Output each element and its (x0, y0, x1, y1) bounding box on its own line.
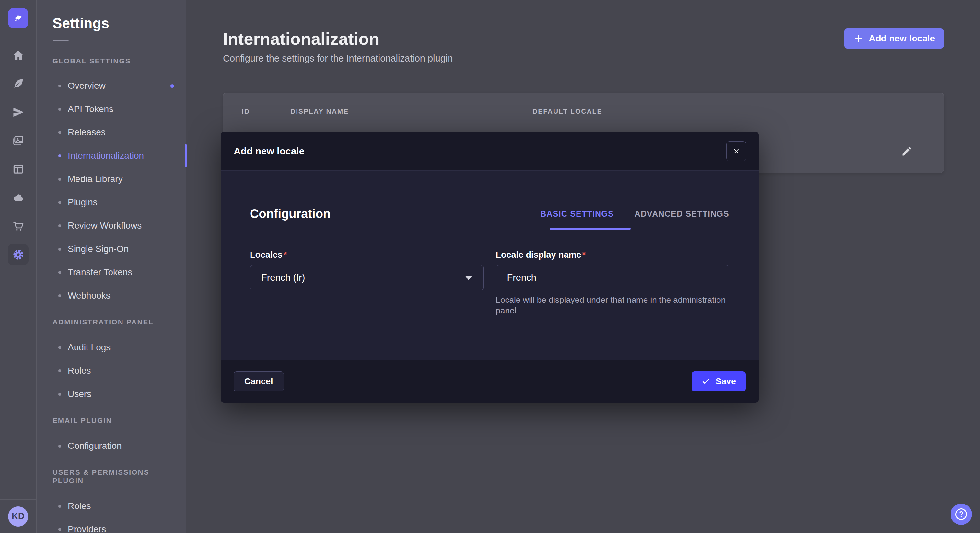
tab-basic-settings[interactable]: BASIC SETTINGS (540, 209, 614, 219)
sidebar-item-releases[interactable]: Releases (52, 121, 175, 144)
bullet-icon (58, 84, 61, 87)
sidebar-item-up-roles[interactable]: Roles (52, 495, 175, 518)
column-header-id: ID (242, 108, 290, 115)
menu-global-settings: Overview API Tokens Releases Internation… (52, 74, 175, 307)
sidebar-item-transfer-tokens[interactable]: Transfer Tokens (52, 261, 175, 284)
bullet-icon (58, 393, 61, 396)
required-asterisk: * (582, 250, 586, 260)
display-name-label: Locale display name* (496, 250, 730, 260)
bullet-icon (58, 201, 61, 204)
close-icon (732, 148, 740, 155)
sidebar-item-overview[interactable]: Overview (52, 74, 175, 97)
save-button-label: Save (716, 377, 736, 387)
sidebar-item-label: Plugins (68, 197, 97, 208)
add-new-locale-button[interactable]: Add new locale (844, 29, 944, 49)
sidebar-item-up-providers[interactable]: Providers (52, 518, 175, 533)
bullet-icon (58, 108, 61, 111)
configuration-row: Configuration BASIC SETTINGS ADVANCED SE… (250, 205, 729, 222)
edit-locale-button[interactable] (901, 145, 913, 157)
nav-rail: KD (0, 0, 37, 533)
section-label-users-permissions-plugin: USERS & PERMISSIONS PLUGIN (52, 468, 175, 485)
cart-icon[interactable] (8, 216, 29, 236)
sidebar-item-label: Internationalization (68, 151, 144, 161)
add-new-locale-label: Add new locale (869, 33, 935, 44)
bullet-icon (58, 370, 61, 373)
locales-field: Locales* French (fr) (250, 250, 484, 316)
locales-select[interactable]: French (fr) (250, 265, 484, 290)
sidebar-item-label: Webhooks (68, 290, 110, 301)
sidebar-title-rule (53, 40, 69, 41)
nav-rail-footer: KD (0, 499, 36, 533)
sidebar-item-label: Providers (68, 524, 106, 533)
sidebar-item-label: Review Workflows (68, 220, 142, 231)
strapi-logo[interactable] (8, 8, 28, 28)
sidebar-item-label: Audit Logs (68, 342, 110, 353)
sidebar-item-label: Media Library (68, 174, 123, 184)
gear-icon[interactable] (8, 244, 29, 265)
page-subtitle: Configure the settings for the Internati… (223, 52, 453, 64)
bullet-icon (58, 346, 61, 349)
sidebar-item-label: Releases (68, 127, 106, 138)
sidebar-item-label: Overview (68, 81, 106, 91)
cloud-icon[interactable] (8, 187, 29, 208)
page-header-text: Internationalization Configure the setti… (223, 29, 453, 64)
sidebar-item-email-configuration[interactable]: Configuration (52, 434, 175, 458)
tab-advanced-settings[interactable]: ADVANCED SETTINGS (635, 209, 729, 219)
app-root: KD Settings GLOBAL SETTINGS Overview API… (0, 0, 980, 533)
bullet-icon (58, 294, 61, 297)
locales-label-text: Locales (250, 250, 283, 260)
sidebar-item-label: Roles (68, 366, 91, 376)
bullet-icon (58, 271, 61, 274)
close-button[interactable] (726, 141, 746, 161)
sidebar-item-single-sign-on[interactable]: Single Sign-On (52, 237, 175, 261)
bullet-icon (58, 505, 61, 508)
sidebar-item-api-tokens[interactable]: API Tokens (52, 97, 175, 121)
display-name-field: Locale display name* Locale will be disp… (496, 250, 730, 316)
settings-tabs: BASIC SETTINGS ADVANCED SETTINGS (540, 209, 729, 219)
sidebar-item-label: API Tokens (68, 104, 113, 114)
sidebar-item-review-workflows[interactable]: Review Workflows (52, 214, 175, 237)
sidebar-item-label: Users (68, 389, 91, 399)
bullet-icon (58, 224, 61, 227)
sidebar-item-plugins[interactable]: Plugins (52, 191, 175, 214)
bullet-icon (58, 178, 61, 181)
sidebar-item-admin-roles[interactable]: Roles (52, 359, 175, 382)
sidebar-item-media-library[interactable]: Media Library (52, 167, 175, 191)
display-name-label-text: Locale display name (496, 250, 581, 260)
modal-body: Configuration BASIC SETTINGS ADVANCED SE… (221, 171, 759, 360)
bullet-icon (58, 528, 61, 531)
required-asterisk: * (283, 250, 287, 260)
add-locale-modal: Add new locale Configuration BASIC SETTI… (221, 132, 759, 403)
sidebar-item-audit-logs[interactable]: Audit Logs (52, 336, 175, 359)
table-header-row: ID DISPLAY NAME DEFAULT LOCALE (223, 93, 944, 130)
modal-fields: Locales* French (fr) Locale display name… (250, 250, 729, 316)
menu-email-plugin: Configuration (52, 434, 175, 458)
images-icon[interactable] (8, 130, 29, 151)
sidebar-item-label: Single Sign-On (68, 244, 129, 254)
menu-users-permissions-plugin: Roles Providers (52, 495, 175, 533)
question-mark-icon: ? (955, 508, 967, 520)
sidebar-item-webhooks[interactable]: Webhooks (52, 284, 175, 307)
cancel-button[interactable]: Cancel (234, 371, 284, 392)
help-button[interactable]: ? (950, 503, 972, 525)
layout-icon[interactable] (8, 159, 29, 179)
avatar[interactable]: KD (8, 506, 28, 527)
locales-label: Locales* (250, 250, 484, 260)
sidebar-item-admin-users[interactable]: Users (52, 382, 175, 406)
display-name-input[interactable] (507, 272, 718, 283)
active-tab-underline (550, 228, 631, 230)
sidebar-item-internationalization[interactable]: Internationalization (52, 144, 175, 167)
save-button[interactable]: Save (692, 371, 746, 392)
bullet-icon (58, 444, 61, 447)
section-label-global-settings: GLOBAL SETTINGS (52, 57, 175, 65)
modal-footer: Cancel Save (221, 360, 759, 403)
sidebar-title: Settings (52, 14, 175, 33)
pencil-icon (901, 145, 913, 157)
display-name-helper-text: Locale will be displayed under that name… (496, 295, 730, 316)
bullet-icon (58, 154, 61, 157)
home-icon[interactable] (8, 45, 29, 65)
feather-icon[interactable] (8, 73, 29, 94)
page-title: Internationalization (223, 29, 453, 49)
tabs-divider (250, 229, 729, 229)
send-icon[interactable] (8, 102, 29, 122)
